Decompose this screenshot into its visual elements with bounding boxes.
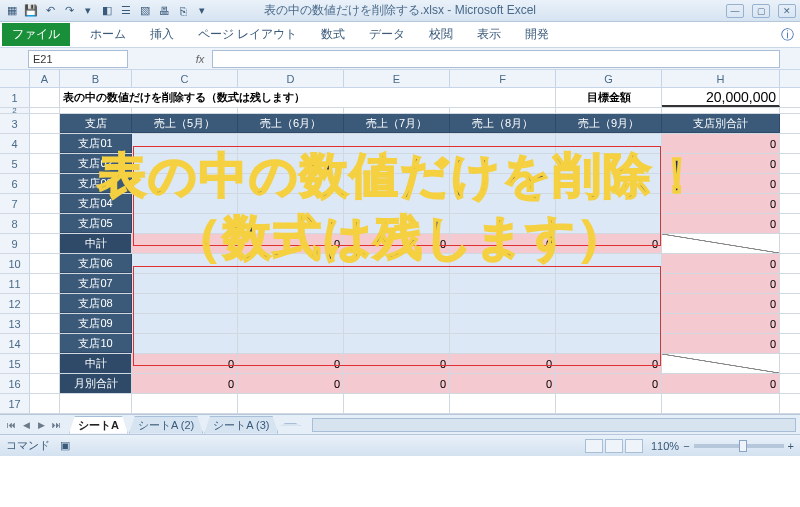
col-header[interactable]: H: [662, 70, 780, 87]
select-all-corner[interactable]: [0, 70, 30, 87]
sheet-tab[interactable]: シートA: [69, 416, 128, 434]
ribbon-tabs: ファイル ホーム 挿入 ページ レイアウト 数式 データ 校閲 表示 開発 ⓘ: [0, 22, 800, 48]
view-buttons: [585, 439, 643, 453]
tab-first-icon[interactable]: ⏮: [4, 418, 18, 432]
window-controls: — ▢ ✕: [726, 4, 796, 18]
col-header[interactable]: F: [450, 70, 556, 87]
sheet-tab-strip: ⏮ ◀ ▶ ⏭ シートA シートA (2) シートA (3): [0, 414, 800, 434]
col-header[interactable]: E: [344, 70, 450, 87]
zoom-out-button[interactable]: −: [683, 440, 689, 452]
window-title: 表の中の数値だけを削除する.xlsx - Microsoft Excel: [264, 2, 536, 19]
col-header[interactable]: G: [556, 70, 662, 87]
formula-bar: E21 fx: [0, 48, 800, 70]
tab-home[interactable]: ホーム: [78, 23, 138, 46]
title-cell[interactable]: 表の中の数値だけを削除する（数式は残します）: [60, 88, 556, 107]
macro-record-icon[interactable]: ▣: [60, 439, 70, 452]
zoom-control: 110% − +: [651, 440, 794, 452]
table-row: 1 表の中の数値だけを削除する（数式は残します） 目標金額 20,000,000: [0, 88, 800, 108]
formula-input[interactable]: [212, 50, 780, 68]
horizontal-scrollbar[interactable]: [312, 418, 796, 432]
tab-nav: ⏮ ◀ ▶ ⏭: [4, 418, 63, 432]
qat-icon[interactable]: ◧: [99, 3, 115, 19]
qat-icon[interactable]: ⎘: [175, 3, 191, 19]
tab-next-icon[interactable]: ▶: [34, 418, 48, 432]
zoom-level[interactable]: 110%: [651, 440, 679, 452]
goal-value[interactable]: 20,000,000: [662, 88, 780, 107]
close-button[interactable]: ✕: [778, 4, 796, 18]
col-header[interactable]: C: [132, 70, 238, 87]
tab-insert[interactable]: 挿入: [138, 23, 186, 46]
help-icon[interactable]: ⓘ: [781, 26, 794, 44]
print-icon[interactable]: 🖶: [156, 3, 172, 19]
column-headers: A B C D E F G H: [0, 70, 800, 88]
tab-view[interactable]: 表示: [465, 23, 513, 46]
new-sheet-tab[interactable]: [279, 423, 301, 426]
qat-icon[interactable]: ▧: [137, 3, 153, 19]
minimize-button[interactable]: —: [726, 4, 744, 18]
tab-dev[interactable]: 開発: [513, 23, 561, 46]
tab-data[interactable]: データ: [357, 23, 417, 46]
col-header[interactable]: A: [30, 70, 60, 87]
row-header[interactable]: 1: [0, 88, 30, 107]
normal-view-button[interactable]: [585, 439, 603, 453]
quick-access-toolbar: ▦ 💾 ↶ ↷ ▾ ◧ ☰ ▧ 🖶 ⎘ ▾: [4, 3, 210, 19]
qat-dropdown-icon[interactable]: ▾: [194, 3, 210, 19]
tab-prev-icon[interactable]: ◀: [19, 418, 33, 432]
col-header[interactable]: D: [238, 70, 344, 87]
tab-formula[interactable]: 数式: [309, 23, 357, 46]
tab-pagelayout[interactable]: ページ レイアウト: [186, 23, 309, 46]
col-header[interactable]: B: [60, 70, 132, 87]
sheet-tab[interactable]: シートA (2): [129, 416, 203, 434]
tab-review[interactable]: 校閲: [417, 23, 465, 46]
zoom-in-button[interactable]: +: [788, 440, 794, 452]
qat-icon[interactable]: ▾: [80, 3, 96, 19]
maximize-button[interactable]: ▢: [752, 4, 770, 18]
tab-last-icon[interactable]: ⏭: [49, 418, 63, 432]
save-icon[interactable]: 💾: [23, 3, 39, 19]
file-tab[interactable]: ファイル: [2, 23, 70, 46]
redo-icon[interactable]: ↷: [61, 3, 77, 19]
pagebreak-view-button[interactable]: [625, 439, 643, 453]
fx-label[interactable]: fx: [188, 53, 212, 65]
pagelayout-view-button[interactable]: [605, 439, 623, 453]
status-bar: コマンド ▣ 110% − +: [0, 434, 800, 456]
table-header-row: 3 支店 売上（5月） 売上（6月） 売上（7月） 売上（8月） 売上（9月） …: [0, 114, 800, 134]
qat-icon[interactable]: ☰: [118, 3, 134, 19]
undo-icon[interactable]: ↶: [42, 3, 58, 19]
goal-label[interactable]: 目標金額: [556, 88, 662, 107]
worksheet: A B C D E F G H 1 表の中の数値だけを削除する（数式は残します）…: [0, 70, 800, 414]
title-bar: ▦ 💾 ↶ ↷ ▾ ◧ ☰ ▧ 🖶 ⎘ ▾ 表の中の数値だけを削除する.xlsx…: [0, 0, 800, 22]
excel-icon[interactable]: ▦: [4, 3, 20, 19]
status-mode: コマンド: [6, 438, 50, 453]
zoom-slider[interactable]: [694, 444, 784, 448]
name-box[interactable]: E21: [28, 50, 128, 68]
sheet-tab[interactable]: シートA (3): [204, 416, 278, 434]
